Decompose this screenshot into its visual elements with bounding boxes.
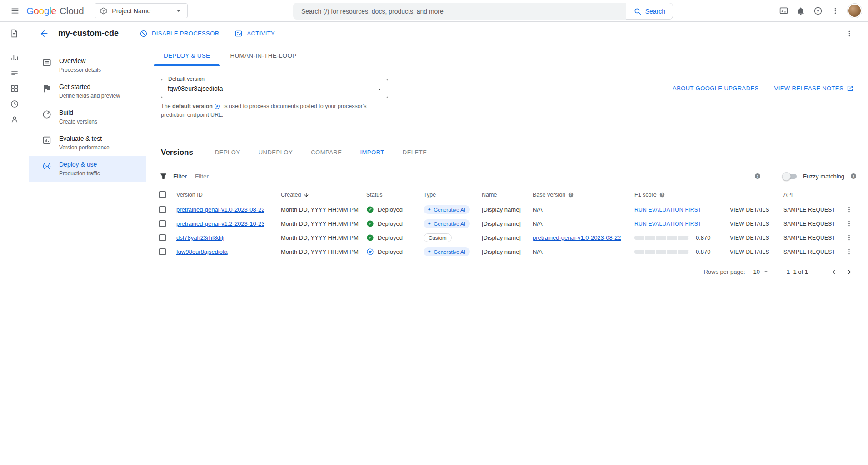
f1-score-value: 0.870	[696, 234, 711, 241]
sidebar-item-evaluate-test[interactable]: Evaluate & test Version performance	[29, 130, 146, 156]
column-header-api[interactable]: API	[783, 187, 842, 203]
project-selector[interactable]: Project Name	[95, 3, 188, 18]
help-button[interactable]: ?	[809, 2, 827, 20]
base-version-help-icon[interactable]: ?	[568, 192, 574, 198]
left-icon-rail	[0, 22, 29, 465]
row-checkbox[interactable]	[159, 206, 166, 213]
f1-score-value: 0.870	[696, 248, 711, 255]
search-button[interactable]: Search	[626, 3, 673, 20]
fuzzy-matching-toggle[interactable]	[782, 173, 798, 180]
column-header-f1-score[interactable]: F1 score ?	[634, 187, 730, 203]
sparkle-icon: ✦	[427, 249, 431, 254]
compare-button[interactable]: COMPARE	[311, 149, 342, 156]
delete-button[interactable]: DELETE	[403, 149, 427, 156]
tab-deploy-and-use[interactable]: DEPLOY & USE	[154, 45, 220, 66]
kebab-menu-icon	[845, 30, 853, 38]
import-button[interactable]: IMPORT	[360, 149, 384, 156]
more-options-button[interactable]	[827, 2, 844, 20]
version-id-link[interactable]: fqw98eur8ajsediofa	[176, 248, 228, 255]
rail-gallery-button[interactable]	[7, 81, 22, 96]
account-avatar[interactable]	[848, 4, 862, 18]
logo-letter: G	[26, 5, 34, 16]
sample-request-button[interactable]: SAMPLE REQUEST	[783, 221, 835, 227]
document-ai-button[interactable]	[7, 25, 22, 41]
rail-insights-button[interactable]	[7, 50, 22, 65]
version-id-link[interactable]: pretrained-genai-v1.2-2023-10-23	[176, 220, 264, 227]
version-id-link[interactable]: dsf78yah23rhf8dilj	[176, 234, 224, 241]
activity-label: ACTIVITY	[247, 30, 275, 37]
activity-button[interactable]: ACTIVITY	[228, 25, 281, 42]
view-details-button[interactable]: VIEW DETAILS	[730, 207, 769, 213]
sidebar-item-label: Overview	[59, 57, 101, 65]
column-header-status[interactable]: Status	[366, 187, 424, 203]
sample-request-button[interactable]: SAMPLE REQUEST	[783, 249, 835, 255]
search-input[interactable]	[293, 3, 626, 20]
page-header: my-custom-cde DISABLE PROCESSOR ACTIVITY	[29, 22, 868, 45]
fuzzy-matching-help-icon[interactable]: ?	[850, 173, 857, 180]
rail-history-button[interactable]	[7, 96, 22, 112]
svg-text:?: ?	[661, 193, 663, 196]
google-cloud-logo[interactable]: Google Cloud	[26, 5, 84, 16]
svg-text:?: ?	[853, 174, 855, 178]
table-header-row: Version ID Created Status Type Name Base…	[159, 187, 857, 203]
rows-per-page-label: Rows per page:	[703, 268, 745, 275]
column-header-type[interactable]: Type	[424, 187, 482, 203]
row-menu-button[interactable]	[845, 234, 853, 242]
assessment-icon	[42, 135, 52, 145]
build-icon	[42, 109, 52, 119]
filter-icon	[159, 172, 168, 181]
sidebar-item-build[interactable]: Build Create versions	[29, 104, 146, 130]
default-version-select[interactable]: Default version fqw98eur8ajsediofa	[161, 79, 388, 98]
row-checkbox[interactable]	[159, 234, 166, 241]
column-header-created[interactable]: Created	[281, 187, 366, 203]
back-button[interactable]	[35, 25, 53, 42]
sidebar-item-get-started[interactable]: Get started Define fields and preview	[29, 79, 146, 104]
sample-request-button[interactable]: SAMPLE REQUEST	[783, 207, 835, 213]
previous-page-button[interactable]	[826, 264, 842, 280]
project-selector-label: Project Name	[112, 7, 150, 15]
disable-processor-label: DISABLE PROCESSOR	[152, 30, 219, 37]
rows-per-page-select[interactable]: 10	[753, 268, 769, 275]
row-menu-button[interactable]	[845, 248, 853, 256]
caret-down-icon	[376, 86, 383, 93]
cloud-shell-button[interactable]	[775, 2, 792, 20]
filter-input[interactable]	[195, 173, 748, 180]
filter-help-icon[interactable]: ?	[754, 173, 761, 180]
view-release-notes-link[interactable]: VIEW RELEASE NOTES	[774, 85, 853, 92]
rail-list-button[interactable]	[7, 65, 22, 81]
version-id-link[interactable]: pretrained-genai-v1.0-2023-08-22	[176, 206, 264, 213]
sample-request-button[interactable]: SAMPLE REQUEST	[783, 235, 835, 241]
row-menu-button[interactable]	[845, 206, 853, 213]
chevron-right-icon	[845, 267, 854, 277]
base-version-link[interactable]: pretrained-genai-v1.0-2023-08-22	[533, 234, 621, 241]
row-checkbox[interactable]	[159, 248, 166, 255]
column-header-version-id[interactable]: Version ID	[176, 187, 281, 203]
f1-score-help-icon[interactable]: ?	[659, 192, 665, 198]
undeploy-button[interactable]: UNDEPLOY	[259, 149, 293, 156]
tab-human-in-the-loop[interactable]: HUMAN-IN-THE-LOOP	[220, 45, 306, 66]
row-menu-button[interactable]	[845, 220, 853, 228]
disable-processor-button[interactable]: DISABLE PROCESSOR	[133, 25, 225, 42]
logo-cloud-text: Cloud	[60, 5, 84, 16]
run-evaluation-first-button[interactable]: RUN EVALUATION FIRST	[634, 207, 702, 213]
view-details-button[interactable]: VIEW DETAILS	[730, 221, 769, 227]
sidebar-item-overview[interactable]: Overview Processor details	[29, 53, 146, 79]
sidebar-item-deploy-use[interactable]: Deploy & use Production traffic	[29, 156, 146, 182]
about-google-upgrades-link[interactable]: ABOUT GOOGLE UPGRADES	[673, 85, 758, 92]
column-header-name[interactable]: Name	[482, 187, 533, 203]
view-details-button[interactable]: VIEW DETAILS	[730, 249, 769, 255]
type-badge: ✦Generative AI	[424, 205, 470, 214]
view-release-notes-label: VIEW RELEASE NOTES	[774, 85, 843, 92]
view-details-button[interactable]: VIEW DETAILS	[730, 235, 769, 241]
rail-admin-button[interactable]	[7, 112, 22, 127]
next-page-button[interactable]	[842, 264, 857, 280]
notifications-button[interactable]	[792, 2, 809, 20]
type-badge: ✦Generative AI	[424, 247, 470, 256]
row-checkbox[interactable]	[159, 220, 166, 227]
deploy-button[interactable]: DEPLOY	[215, 149, 240, 156]
page-more-options-button[interactable]	[841, 25, 858, 42]
run-evaluation-first-button[interactable]: RUN EVALUATION FIRST	[634, 221, 702, 227]
select-all-checkbox[interactable]	[159, 191, 166, 198]
column-header-base-version[interactable]: Base version ?	[533, 187, 634, 203]
hamburger-menu-button[interactable]	[6, 2, 24, 20]
